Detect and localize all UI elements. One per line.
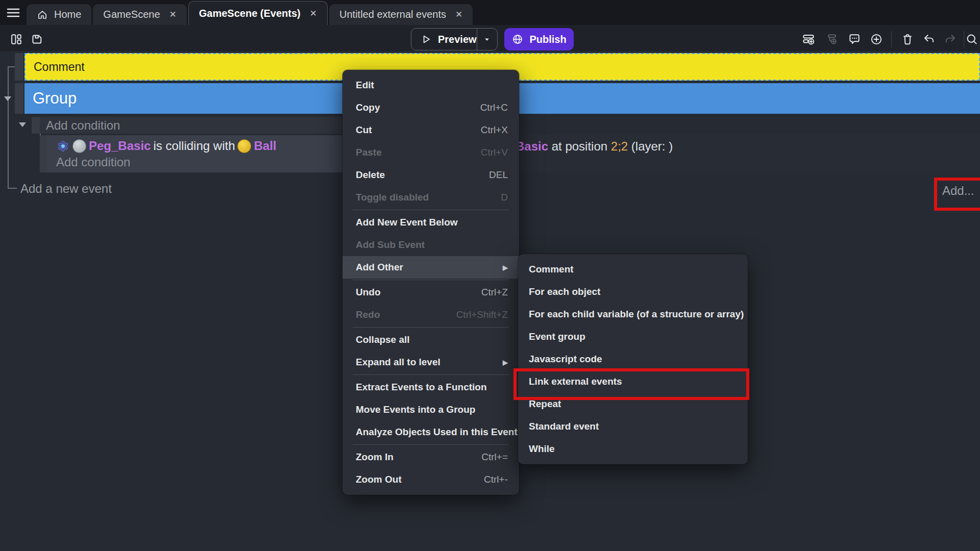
search-icon[interactable]: [965, 32, 979, 46]
menu-item-collapse-all[interactable]: Collapse all: [342, 329, 519, 351]
add-new-event-link[interactable]: Add a new event: [20, 182, 112, 196]
submenu-item-comment[interactable]: Comment: [518, 258, 748, 281]
menu-item-move-events-into-a-group[interactable]: Move Events into a Group: [342, 398, 519, 421]
menu-item-label: Toggle disabled: [356, 192, 429, 203]
menu-shortcut: Ctrl+-: [484, 474, 508, 485]
menu-item-add-new-event-below[interactable]: Add New Event Below: [342, 211, 519, 234]
menu-item-label: Zoom Out: [356, 474, 402, 485]
menu-item-label: Expand all to level: [356, 357, 440, 368]
menu-item-label: Delete: [356, 169, 385, 181]
menu-item-label: Event group: [529, 331, 585, 342]
submenu-item-event-group[interactable]: Event group: [518, 325, 748, 348]
project-manager-icon[interactable]: [9, 32, 23, 46]
tab-bar: HomeGameScene✕GameScene (Events)✕Untitle…: [0, 0, 980, 25]
menu-shortcut: Ctrl+=: [481, 452, 508, 463]
submenu-item-for-each-object[interactable]: For each object: [518, 281, 748, 303]
tab-untitled-external-events[interactable]: Untitled external events✕: [329, 4, 473, 25]
menu-shortcut: Ctrl+V: [481, 147, 508, 158]
action-text: at position: [548, 139, 611, 153]
tab-label: Home: [54, 9, 81, 20]
event-gutter: [40, 135, 47, 172]
hamburger-menu-icon[interactable]: [0, 0, 27, 25]
submenu-item-link-external-events[interactable]: Link external events: [518, 370, 748, 393]
submenu-item-standard-event[interactable]: Standard event: [518, 415, 748, 438]
menu-item-label: Move Events into a Group: [356, 404, 475, 415]
collapse-arrow-icon[interactable]: [19, 122, 26, 127]
action-row[interactable]: Basic at position 2;2 (layer: ): [516, 139, 673, 154]
menu-item-label: Link external events: [529, 376, 622, 387]
add-other-icon[interactable]: [869, 32, 884, 46]
tab-gamescene-events[interactable]: GameScene (Events)✕: [188, 1, 328, 25]
menu-item-add-sub-event: Add Sub Event: [342, 234, 519, 256]
preview-button[interactable]: Preview: [411, 28, 498, 51]
undo-icon[interactable]: [922, 32, 936, 46]
menu-item-undo[interactable]: UndoCtrl+Z: [342, 281, 519, 304]
submenu-item-for-each-child-variable-of-a-structure-or-array[interactable]: For each child variable (of a structure …: [518, 303, 748, 325]
menu-item-label: Analyze Objects Used in this Event: [356, 427, 518, 438]
collapse-arrow-icon[interactable]: [4, 96, 11, 101]
menu-item-label: Cut: [356, 124, 372, 136]
menu-item-redo: RedoCtrl+Shift+Z: [342, 304, 519, 326]
menu-shortcut: Ctrl+C: [480, 102, 508, 113]
menu-item-label: For each object: [529, 286, 600, 297]
menu-item-label: Add Other: [356, 262, 403, 273]
tab-home[interactable]: Home: [27, 4, 91, 25]
menu-item-label: Copy: [356, 102, 380, 113]
toolbar-divider: [891, 31, 892, 47]
submenu-item-javascript-code[interactable]: Javascript code: [518, 348, 748, 370]
event-gutter: [32, 117, 40, 134]
tab-close-icon[interactable]: ✕: [310, 8, 317, 19]
menu-item-label: Add New Event Below: [356, 217, 458, 228]
chevron-down-icon[interactable]: [477, 34, 497, 44]
menu-item-extract-events-to-a-function[interactable]: Extract Events to a Function: [342, 376, 519, 398]
save-icon[interactable]: [30, 32, 44, 46]
menu-item-analyze-objects-used-in-this-event[interactable]: Analyze Objects Used in this Event: [342, 421, 519, 443]
event-gutter: [15, 53, 23, 81]
tab-close-icon[interactable]: ✕: [455, 9, 462, 20]
submenu-item-while[interactable]: While: [518, 438, 748, 460]
menu-item-label: Edit: [356, 80, 374, 91]
menu-item-label: Comment: [529, 264, 574, 275]
add-condition-placeholder[interactable]: Add condition: [40, 117, 394, 134]
condition-row[interactable]: Peg_Basic is colliding with Ball: [56, 138, 277, 154]
condition-text: is colliding with: [153, 139, 235, 153]
menu-item-expand-all-to-level[interactable]: Expand all to level▶: [342, 351, 519, 373]
tree-line: [8, 188, 17, 189]
gdevelop-events-editor: HomeGameScene✕GameScene (Events)✕Untitle…: [0, 0, 980, 551]
menu-shortcut: Ctrl+Shift+Z: [456, 309, 508, 320]
add-button[interactable]: Add...: [942, 184, 974, 198]
menu-item-cut[interactable]: CutCtrl+X: [342, 119, 519, 141]
publish-button[interactable]: Publish: [504, 28, 574, 51]
menu-item-label: Repeat: [529, 398, 561, 410]
tab-label: Untitled external events: [339, 9, 446, 20]
menu-divider: [353, 374, 509, 375]
object-name: Peg_Basic: [89, 139, 151, 153]
delete-icon[interactable]: [900, 32, 915, 46]
menu-shortcut: Ctrl+Z: [481, 287, 508, 298]
redo-icon: [943, 32, 958, 46]
menu-item-delete[interactable]: DeleteDEL: [342, 164, 519, 186]
home-icon: [37, 9, 48, 20]
add-event-icon[interactable]: [801, 32, 816, 46]
menu-item-zoom-in[interactable]: Zoom InCtrl+=: [342, 446, 519, 468]
menu-item-add-other[interactable]: Add Other▶: [342, 256, 519, 279]
menu-divider: [353, 280, 509, 280]
menu-item-label: For each child variable (of a structure …: [529, 309, 744, 320]
menu-item-label: Add Sub Event: [356, 239, 425, 251]
menu-item-label: While: [529, 443, 555, 455]
add-condition-placeholder[interactable]: Add condition: [56, 155, 130, 170]
tab-gamescene[interactable]: GameScene✕: [93, 4, 186, 25]
add-comment-icon[interactable]: [847, 32, 862, 46]
tree-line: [8, 66, 15, 67]
menu-item-zoom-out[interactable]: Zoom OutCtrl+-: [342, 468, 519, 491]
object-name-fragment: Basic: [516, 139, 548, 153]
submenu-arrow-icon: ▶: [503, 264, 508, 271]
submenu-item-repeat[interactable]: Repeat: [518, 393, 748, 415]
menu-item-paste: PasteCtrl+V: [342, 141, 519, 164]
menu-item-edit[interactable]: Edit: [342, 74, 519, 96]
menu-shortcut: Ctrl+X: [481, 124, 508, 136]
menu-item-copy[interactable]: CopyCtrl+C: [342, 96, 519, 119]
tree-line: [8, 66, 9, 188]
collision-condition-icon: [56, 139, 70, 153]
tab-close-icon[interactable]: ✕: [169, 9, 177, 20]
